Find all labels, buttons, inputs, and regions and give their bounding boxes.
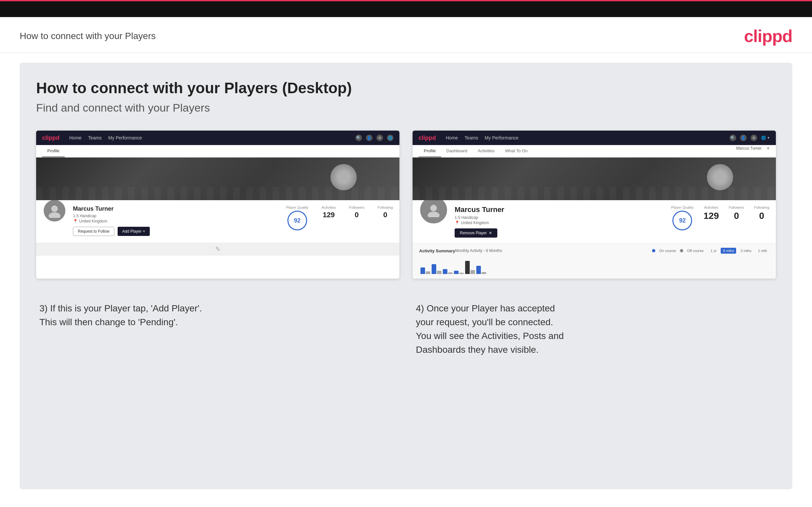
offcourse-legend-label: Off course — [687, 249, 704, 253]
settings-icon-1[interactable]: ⚙ — [376, 134, 383, 141]
app-tabs-1: Profile — [36, 145, 399, 158]
nav-home-1[interactable]: Home — [69, 135, 82, 140]
avatar-1 — [43, 199, 66, 223]
filter-6mths[interactable]: 6 mths — [721, 248, 736, 253]
player-location-2: 📍 United Kingdom — [455, 221, 664, 225]
nav-home-2[interactable]: Home — [446, 135, 458, 140]
activity-period: Monthly Activity - 6 Months — [455, 248, 502, 253]
chart-bar-group-1 — [420, 268, 430, 274]
top-bar — [0, 0, 812, 17]
copyright-text: Copyright Clippd 2022 — [20, 506, 91, 507]
followers-stat-2: Followers 0 — [728, 206, 744, 221]
followers-stat-1: Followers 0 — [349, 206, 364, 219]
chart-bar-offcourse-3 — [448, 272, 453, 274]
page-footer: Copyright Clippd 2022 — [0, 499, 812, 507]
user-icon-1[interactable]: 👤 — [366, 134, 372, 141]
profile-info-1: Marcus Turner 1-5 Handicap 📍 United King… — [73, 206, 273, 236]
tab-dashboard-2[interactable]: Dashboard — [441, 145, 473, 157]
nav-teams-1[interactable]: Teams — [88, 135, 101, 140]
search-icon-2[interactable]: 🔍 — [729, 134, 736, 141]
chart-bar-oncourse-1 — [420, 268, 425, 274]
main-title: How to connect with your Players (Deskto… — [36, 79, 776, 97]
chart-bar-offcourse-4 — [459, 273, 464, 274]
nav-icons-1: 🔍 👤 ⚙ 🌐 — [355, 134, 394, 141]
chart-bar-group-5 — [465, 261, 475, 274]
nav-myperformance-2[interactable]: My Performance — [485, 135, 519, 140]
settings-icon-2[interactable]: ⚙ — [751, 134, 757, 141]
app-nav-1: clippd Home Teams My Performance 🔍 👤 ⚙ 🌐 — [36, 130, 399, 145]
main-subtitle: Find and connect with your Players — [36, 101, 776, 114]
request-follow-button[interactable]: Request to Follow — [73, 227, 114, 236]
chart-bar-oncourse-2 — [432, 264, 436, 274]
activities-stat-1: Activities 129 — [321, 206, 336, 219]
description-step4: 4) Once your Player has acceptedyour req… — [413, 295, 776, 363]
quality-label-1: Player Quality — [286, 206, 308, 209]
time-filters: 1 yr 6 mths 3 mths 1 mth — [708, 248, 769, 253]
chart-bar-group-6 — [476, 266, 486, 274]
following-stat-1: Following 0 — [378, 206, 393, 219]
screenshot-2: clippd Home Teams My Performance 🔍 👤 ⚙ 🌐… — [413, 130, 776, 279]
page-header: How to connect with your Players clippd — [0, 17, 812, 53]
chart-bar-offcourse-2 — [437, 271, 442, 274]
chart-bar-offcourse-1 — [426, 271, 430, 274]
clippd-logo: clippd — [744, 26, 792, 46]
activities-stat-2: Activities 129 — [704, 206, 719, 221]
remove-player-button[interactable]: Remove Player ✕ — [455, 228, 497, 238]
tab-whattoon-2[interactable]: What To On — [500, 145, 533, 157]
profile-section-2: Marcus Turner 1-5 Handicap 📍 United King… — [413, 200, 776, 243]
filter-1yr[interactable]: 1 yr — [708, 248, 719, 253]
chart-bar-oncourse-6 — [476, 266, 481, 274]
user-icon-2[interactable]: 👤 — [740, 134, 747, 141]
chart-bar-oncourse-4 — [454, 271, 459, 274]
quality-value-2: 92 — [679, 217, 686, 224]
chart-bar-group-2 — [432, 264, 442, 274]
descriptions-row: 3) If this is your Player tap, 'Add Play… — [36, 295, 776, 363]
profile-buttons-1: Request to Follow Add Player + — [73, 227, 273, 236]
svg-point-3 — [428, 212, 440, 217]
page-header-title: How to connect with your Players — [20, 31, 156, 41]
chart-legend: On course Off course — [652, 249, 704, 253]
player-name-1: Marcus Turner — [73, 206, 273, 212]
svg-point-2 — [430, 205, 437, 211]
activity-summary-header: Activity Summary Monthly Activity - 6 Mo… — [419, 248, 769, 253]
nav-teams-2[interactable]: Teams — [464, 135, 478, 140]
add-player-button[interactable]: Add Player + — [117, 227, 150, 236]
filter-3mths[interactable]: 3 mths — [738, 248, 754, 253]
player-handicap-1: 1-5 Handicap — [73, 214, 273, 218]
profile-section-1: Marcus Turner 1-5 Handicap 📍 United King… — [36, 200, 399, 242]
screenshot-overlay-1: ✎ — [36, 242, 399, 256]
screenshots-row: clippd Home Teams My Performance 🔍 👤 ⚙ 🌐… — [36, 130, 776, 279]
quality-circle-1: 92 — [288, 211, 307, 230]
quality-label-2: Player Quality — [671, 206, 694, 209]
app-nav-2: clippd Home Teams My Performance 🔍 👤 ⚙ 🌐… — [413, 130, 776, 145]
edit-icon-1: ✎ — [215, 245, 221, 253]
search-icon-1[interactable]: 🔍 — [355, 134, 362, 141]
hero-image-2 — [413, 158, 776, 200]
app-nav-logo-1: clippd — [42, 134, 59, 142]
activity-summary: Activity Summary Monthly Activity - 6 Mo… — [413, 243, 776, 279]
following-stat-2: Following 0 — [754, 206, 769, 221]
quality-value-1: 92 — [294, 217, 301, 224]
location-pin-icon: 📍 — [73, 219, 78, 223]
nav-myperformance-1[interactable]: My Performance — [108, 135, 142, 140]
chart-bar-offcourse-5 — [470, 270, 475, 274]
chart-bar-group-4 — [454, 271, 464, 274]
step4-text: 4) Once your Player has acceptedyour req… — [416, 301, 773, 357]
tab-profile-1[interactable]: Profile — [42, 145, 65, 157]
svg-point-1 — [49, 212, 60, 218]
tab-activities-2[interactable]: Activities — [472, 145, 500, 157]
description-step3: 3) If this is your Player tap, 'Add Play… — [36, 295, 399, 363]
svg-point-0 — [51, 206, 58, 212]
close-icon: ✕ — [489, 231, 492, 235]
tab-profile-2[interactable]: Profile — [418, 145, 441, 157]
chart-bar-offcourse-6 — [481, 272, 486, 274]
offcourse-legend-dot — [680, 249, 683, 252]
nav-icons-2: 🔍 👤 ⚙ 🌐 ▼ — [729, 134, 770, 141]
filter-1mth[interactable]: 1 mth — [756, 248, 769, 253]
user-dropdown-2[interactable]: 🌐 ▼ — [761, 135, 770, 140]
oncourse-legend-label: On course — [659, 249, 676, 253]
quality-circle-2: 92 — [672, 211, 692, 230]
oncourse-legend-dot — [652, 249, 655, 252]
globe-icon-1[interactable]: 🌐 — [387, 134, 394, 141]
screenshot-1: clippd Home Teams My Performance 🔍 👤 ⚙ 🌐… — [36, 130, 399, 279]
